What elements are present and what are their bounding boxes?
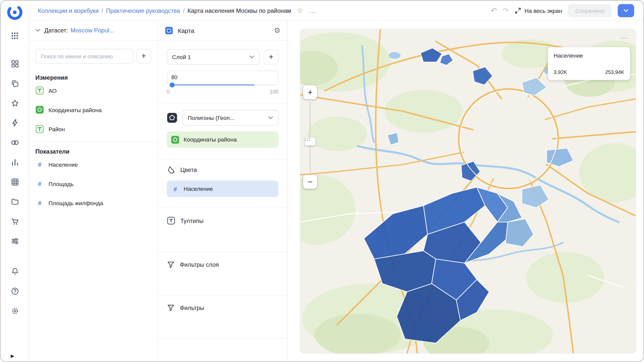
filters-section-header[interactable]: Фильтры [167,304,278,312]
favorite-star-icon[interactable]: ☆ [297,6,303,15]
dashboards-icon[interactable] [10,59,19,68]
dimensions-title: Измерения [35,74,151,81]
opacity-slider-track[interactable] [170,84,275,85]
map-legend: Население 3,92K 253,94K [548,47,630,80]
help-icon[interactable] [10,287,19,296]
tooltips-section-label: Тултипы [180,217,204,224]
expand-rail-button[interactable]: ▶ [11,353,14,359]
legend-gradient-bar [554,63,624,66]
search-input[interactable] [35,49,133,64]
lightning-icon[interactable] [10,118,19,127]
breadcrumb-guides[interactable]: Практические руководства [106,7,180,14]
opacity-max-label: 100 [270,89,278,95]
divider [158,159,287,160]
geometry-select-value: Полигоны (Геоп... [188,115,268,121]
funnel-icon [167,261,175,269]
add-field-button[interactable]: + [136,49,151,64]
datalens-logo-icon[interactable] [7,4,23,20]
divider [158,252,287,252]
ruler-handle[interactable] [305,138,315,146]
marketplace-icon[interactable] [10,217,19,226]
notifications-bell-icon[interactable] [10,267,19,276]
datasets-icon[interactable] [10,177,19,186]
apps-grid-icon[interactable] [10,31,19,40]
layer-filters-section-header[interactable]: Фильтры слоя [167,261,278,269]
field-population[interactable]: # Население [35,155,151,174]
map-area: Население 3,92K 253,94K + − ⋯ [288,21,643,361]
field-district[interactable]: Район [35,119,151,139]
chevron-down-icon [268,116,273,119]
favorites-icon[interactable] [10,99,19,108]
legend-min-value: 3,92K [554,69,567,75]
field-label: Площадь жилфонда [49,200,103,206]
field-label: Население [49,161,78,168]
tooltips-section-header[interactable]: Тултипы [167,216,278,225]
field-ao[interactable]: АО [35,81,151,100]
save-dropdown-button[interactable] [618,4,634,17]
map-more-button[interactable]: ⋯ [619,34,629,42]
settings-sliders-icon[interactable] [10,236,19,245]
measure-hash-icon: # [35,180,44,187]
charts-icon[interactable] [10,158,19,167]
connections-icon[interactable] [10,138,19,147]
opacity-min-label: 0 [167,89,170,95]
colors-section-header[interactable]: Цвета [167,165,278,174]
chart-settings-gear-icon[interactable]: ⚙ [274,26,280,35]
geopolygon-field-chip[interactable]: Координаты района [167,131,278,148]
zoom-out-button[interactable]: − [303,175,317,189]
opacity-slider-thumb[interactable] [170,82,175,87]
breadcrumb-separator: / [102,7,103,14]
field-label: Координаты района [49,107,102,113]
funnel-icon [167,304,175,312]
field-housing-area[interactable]: # Площадь жилфонда [35,193,151,213]
saved-button[interactable]: Сохранено [568,4,612,17]
dataset-panel: Датасет: Moscow Popul... + Измерения АО [29,21,158,361]
zoom-in-button[interactable]: + [303,85,317,100]
field-district-coordinates[interactable]: Координаты района [35,100,151,119]
divider [158,295,287,296]
dimension-text-icon [35,86,44,95]
gear-icon[interactable] [10,306,19,315]
chevron-down-icon [249,55,254,59]
map-chart-icon [165,26,173,35]
tooltip-text-icon [167,216,175,225]
storage-icon[interactable] [10,197,19,206]
collections-icon[interactable] [10,79,19,88]
colors-section-label: Цвета [180,166,197,173]
opacity-control[interactable]: 80 [167,71,278,85]
chart-type-title: Карта [178,27,194,34]
measure-hash-icon: # [35,199,44,206]
opacity-fill [170,84,254,85]
layer-select[interactable]: Слой 1 [167,49,260,65]
breadcrumb-collections[interactable]: Коллекции и воркбуки [38,7,99,14]
measure-hash-icon: # [171,185,179,192]
field-label: Площадь [49,180,74,187]
fullscreen-toggle[interactable]: На весь экран [515,7,562,14]
redo-icon[interactable]: ↷ [503,6,509,15]
divider [158,207,287,207]
dataset-header[interactable]: Датасет: Moscow Popul... [29,21,158,41]
datalens-app: ▶ Коллекции и воркбуки / Практические ру… [0,0,644,362]
field-area[interactable]: # Площадь [35,174,151,193]
filters-label: Фильтры [180,304,204,311]
opacity-value: 80 [171,74,178,80]
fullscreen-icon [515,7,521,14]
polygon-layer-icon [167,112,177,123]
drag-dots-icon [305,138,310,142]
dataset-label: Датасет: [44,27,68,34]
app-rail: ▶ [1,1,29,361]
layer-filters-label: Фильтры слоя [180,261,219,268]
colors-field-chip[interactable]: # Население [167,180,278,197]
viewport: ▶ Коллекции и воркбуки / Практические ру… [0,0,644,362]
add-layer-button[interactable]: + [264,50,278,65]
colors-field-label: Население [184,186,213,192]
geopolygon-icon [171,135,179,144]
dataset-name-link[interactable]: Moscow Popul... [70,27,114,34]
geopolygon-field-label: Координаты района [184,136,237,143]
map-canvas[interactable]: Население 3,92K 253,94K + − ⋯ [300,29,636,354]
page-title: Карта населения Москвы по районам [187,7,291,14]
geometry-type-select[interactable]: Полигоны (Геоп... [182,110,278,126]
more-menu-icon[interactable]: … [309,6,316,15]
divider [158,338,287,338]
undo-icon[interactable]: ↶ [491,6,497,15]
